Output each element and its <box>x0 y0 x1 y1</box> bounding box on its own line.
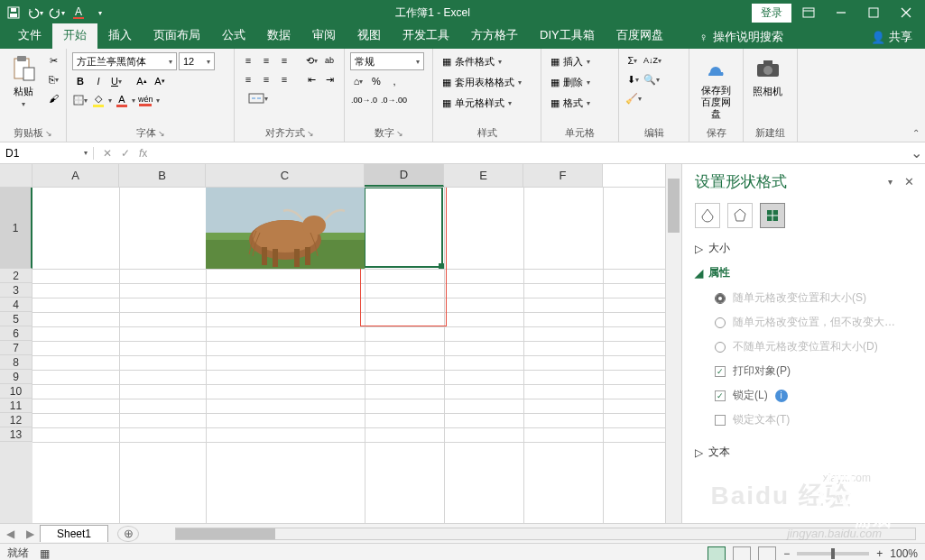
share-button[interactable]: 👤 共享 <box>858 25 925 49</box>
column-header[interactable]: E <box>444 164 523 187</box>
menu-tab-文件[interactable]: 文件 <box>7 23 52 49</box>
shrink-font-button[interactable]: A▾ <box>152 73 168 89</box>
sheet-nav-prev-icon[interactable]: ◀ <box>0 528 20 540</box>
row-header[interactable]: 9 <box>0 370 32 384</box>
increase-decimal-icon[interactable]: .00→.0 <box>350 92 378 108</box>
sheet-tab[interactable]: Sheet1 <box>40 525 108 542</box>
menu-tab-开始[interactable]: 开始 <box>52 23 97 49</box>
pane-close-icon[interactable]: ✕ <box>904 175 914 188</box>
pane-tab-size-icon[interactable] <box>760 203 785 228</box>
row-header[interactable]: 12 <box>0 413 32 427</box>
dialog-launcher-icon[interactable]: ↘ <box>158 129 165 138</box>
minimize-icon[interactable] <box>826 2 856 23</box>
opt-print[interactable]: ✓打印对象(P) <box>695 359 912 383</box>
align-right-icon[interactable]: ≡ <box>276 71 292 87</box>
camera-button[interactable]: 照相机 <box>749 52 786 100</box>
ribbon-options-icon[interactable] <box>793 2 824 23</box>
vertical-scrollbar[interactable] <box>665 164 681 523</box>
format-cells-button[interactable]: ▦格式▾ <box>547 94 594 112</box>
menu-tab-DIY工具箱[interactable]: DIY工具箱 <box>529 23 606 49</box>
row-header[interactable]: 10 <box>0 384 32 399</box>
column-header[interactable]: B <box>119 164 206 187</box>
page-break-view-icon[interactable] <box>758 546 776 561</box>
number-format-combo[interactable]: 常规▾ <box>350 52 424 70</box>
menu-tab-页面布局[interactable]: 页面布局 <box>143 23 211 49</box>
dialog-launcher-icon[interactable]: ↘ <box>307 129 314 138</box>
comma-format-icon[interactable]: , <box>386 73 402 89</box>
close-icon[interactable] <box>891 2 921 23</box>
page-layout-view-icon[interactable] <box>733 546 751 561</box>
dialog-launcher-icon[interactable]: ↘ <box>396 129 403 138</box>
align-left-icon[interactable]: ≡ <box>240 71 256 87</box>
pane-tab-fill-icon[interactable] <box>695 203 720 228</box>
sort-filter-icon[interactable]: A↓Z▾ <box>643 52 662 69</box>
opt-move-size[interactable]: 随单元格改变位置和大小(S) <box>695 286 912 310</box>
bold-button[interactable]: B <box>72 73 88 89</box>
font-name-combo[interactable]: 方正兰亭黑简体▾ <box>72 52 177 70</box>
dialog-launcher-icon[interactable]: ↘ <box>45 129 52 138</box>
cell-styles-button[interactable]: ▦单元格样式▾ <box>439 94 515 112</box>
new-sheet-button[interactable]: ⊕ <box>117 526 139 542</box>
embedded-picture[interactable] <box>206 188 365 269</box>
zoom-level[interactable]: 100% <box>890 547 918 560</box>
percent-format-icon[interactable]: % <box>368 73 384 89</box>
increase-indent-icon[interactable]: ⇥ <box>321 71 338 87</box>
pane-tab-effects-icon[interactable] <box>727 203 753 228</box>
menu-tab-视图[interactable]: 视图 <box>347 23 392 49</box>
tell-me-search[interactable]: ♀ 操作说明搜索 <box>692 25 791 49</box>
redo-icon[interactable]: ▾ <box>47 3 67 23</box>
find-select-icon[interactable]: 🔍▾ <box>643 71 661 87</box>
row-header[interactable]: 7 <box>0 341 32 355</box>
column-header[interactable]: D <box>365 164 444 187</box>
maximize-icon[interactable] <box>858 2 889 23</box>
info-icon[interactable]: i <box>775 390 788 402</box>
menu-tab-公式[interactable]: 公式 <box>211 23 256 49</box>
underline-button[interactable]: U▾ <box>108 73 125 89</box>
cells-area[interactable] <box>32 188 665 523</box>
autosum-icon[interactable]: Σ▾ <box>624 52 641 69</box>
column-header[interactable]: F <box>523 164 603 187</box>
insert-cells-button[interactable]: ▦插入▾ <box>547 52 594 70</box>
font-color-qat-icon[interactable]: A <box>69 3 88 23</box>
normal-view-icon[interactable] <box>708 546 726 561</box>
zoom-in-icon[interactable]: + <box>876 547 883 560</box>
clear-icon[interactable]: 🧹▾ <box>624 90 643 106</box>
save-icon[interactable] <box>4 3 23 23</box>
copy-icon[interactable]: ⎘▾ <box>45 71 61 87</box>
align-top-icon[interactable]: ≡ <box>240 52 256 69</box>
qat-customize-icon[interactable]: ▾ <box>90 3 110 23</box>
section-size[interactable]: ▷大小 <box>695 241 912 256</box>
name-box[interactable]: D1▾ <box>0 147 94 160</box>
decrease-indent-icon[interactable]: ⇤ <box>303 71 319 87</box>
macro-record-icon[interactable]: ▦ <box>40 547 50 560</box>
cut-icon[interactable]: ✂ <box>45 52 61 69</box>
paste-button[interactable]: 粘贴 ▾ <box>5 52 42 110</box>
conditional-format-button[interactable]: ▦条件格式▾ <box>439 52 505 70</box>
menu-tab-百度网盘[interactable]: 百度网盘 <box>606 23 674 49</box>
accounting-format-icon[interactable]: ⌂▾ <box>350 73 366 89</box>
orientation-icon[interactable]: ⟲▾ <box>303 52 319 69</box>
section-properties[interactable]: ◢属性 <box>695 265 912 280</box>
delete-cells-button[interactable]: ▦删除▾ <box>547 73 594 91</box>
menu-tab-方方格子[interactable]: 方方格子 <box>460 23 529 49</box>
italic-button[interactable]: I <box>90 73 106 89</box>
menu-tab-数据[interactable]: 数据 <box>256 23 301 49</box>
row-header[interactable]: 11 <box>0 399 32 413</box>
row-header[interactable]: 6 <box>0 326 32 341</box>
menu-tab-插入[interactable]: 插入 <box>97 23 143 49</box>
align-middle-icon[interactable]: ≡ <box>258 52 274 69</box>
opt-move-nosize[interactable]: 随单元格改变位置，但不改变大小(M) <box>695 310 912 335</box>
row-header[interactable]: 8 <box>0 355 32 370</box>
opt-lock-text[interactable]: 锁定文本(T) <box>695 408 912 432</box>
wrap-text-icon[interactable]: ab <box>321 52 338 69</box>
zoom-slider[interactable] <box>797 552 869 555</box>
row-header[interactable]: 2 <box>0 269 32 283</box>
row-header[interactable]: 4 <box>0 298 32 312</box>
fill-icon[interactable]: ⬇▾ <box>624 71 641 87</box>
section-text[interactable]: ▷文本 <box>695 445 912 460</box>
phonetic-button[interactable]: wén <box>137 92 154 108</box>
borders-button[interactable]: ▾ <box>72 92 88 108</box>
row-header[interactable]: 1 <box>0 188 32 269</box>
spreadsheet-grid[interactable]: ABCDEF 12345678910111213 <box>0 164 665 523</box>
opt-lock[interactable]: ✓锁定(L)i <box>695 383 912 408</box>
